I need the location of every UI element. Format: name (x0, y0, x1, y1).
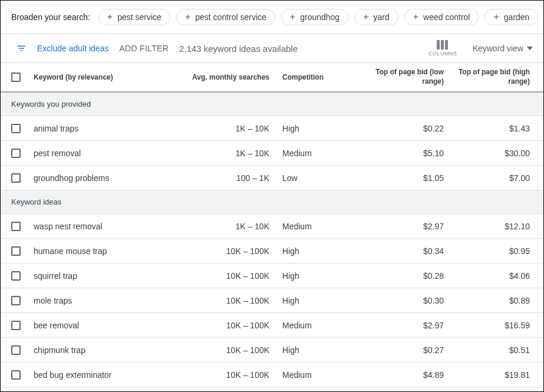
cell-searches: 10K – 100K (190, 370, 279, 380)
chip-label: groundhog (300, 12, 339, 22)
broaden-chips: +pest service+pest control service+groun… (98, 9, 543, 25)
chevron-down-icon (527, 47, 533, 50)
cell-keyword: pest removal (31, 149, 190, 158)
columns-label: COLUMNS (428, 51, 457, 57)
broaden-chip[interactable]: +pest service (98, 9, 170, 25)
svg-rect-0 (437, 40, 440, 50)
table-section-header: Keywords you provided (1, 93, 543, 116)
cell-keyword: wasp nest removal (31, 222, 190, 231)
broaden-chip[interactable]: +garden (484, 9, 538, 25)
cell-searches: 10K – 100K (190, 246, 279, 256)
cell-high-bid: $0.95 (451, 246, 539, 256)
cell-high-bid: $12.10 (451, 222, 539, 231)
add-filter-button[interactable]: ADD FILTER (119, 44, 169, 53)
row-checkbox[interactable] (11, 173, 21, 183)
cell-keyword: bee removal (31, 321, 190, 330)
view-label: Keyword view (473, 44, 523, 53)
row-checkbox[interactable] (11, 321, 21, 330)
plus-icon: + (107, 12, 113, 22)
broaden-chip[interactable]: +groundhog (281, 9, 348, 25)
cell-high-bid: $1.43 (451, 124, 539, 133)
table-row[interactable]: mole traps10K – 100KHigh$0.30$0.89 (1, 288, 543, 313)
row-checkbox[interactable] (11, 271, 21, 281)
cell-competition: High (279, 246, 368, 256)
header-low-bid[interactable]: Top of page bid (low range) (368, 68, 451, 86)
cell-low-bid: $0.22 (368, 124, 451, 133)
header-competition[interactable]: Competition (279, 73, 368, 81)
plus-icon: + (413, 12, 418, 22)
cell-low-bid: $4.89 (368, 370, 451, 380)
cell-searches: 100 – 1K (190, 173, 279, 183)
filter-toolbar: Exclude adult ideas ADD FILTER 2,143 key… (1, 34, 543, 63)
cell-competition: High (279, 296, 368, 305)
broaden-chip[interactable]: +pest control service (176, 9, 275, 25)
cell-competition: Medium (279, 370, 368, 380)
cell-high-bid: $19.81 (451, 370, 539, 380)
broaden-chip[interactable]: +yard (354, 9, 398, 25)
cell-high-bid: $16.59 (451, 321, 539, 330)
cell-keyword: chipmunk trap (31, 345, 190, 355)
table-row[interactable]: wasp nest removal1K – 10KMedium$2.97$12.… (1, 214, 543, 239)
row-checkbox[interactable] (11, 222, 21, 231)
cell-competition: High (279, 124, 368, 133)
cell-keyword: bed bug exterminator (31, 370, 190, 380)
row-checkbox[interactable] (11, 296, 21, 305)
header-high-bid[interactable]: Top of page bid (high range) (451, 68, 539, 86)
exclude-adult-link[interactable]: Exclude adult ideas (37, 44, 108, 53)
row-checkbox[interactable] (11, 149, 21, 158)
cell-searches: 1K – 10K (190, 124, 279, 133)
table-row[interactable]: chipmunk trap10K – 100KHigh$0.27$0.51 (1, 338, 543, 363)
filter-icon[interactable] (16, 43, 27, 54)
chip-label: pest service (117, 12, 161, 22)
cell-low-bid: $0.27 (368, 345, 451, 355)
select-all-checkbox[interactable] (11, 73, 21, 82)
cell-searches: 10K – 100K (190, 271, 279, 281)
svg-rect-1 (441, 40, 444, 50)
cell-high-bid: $7.00 (451, 173, 539, 183)
broaden-search-bar: Broaden your search: +pest service+pest … (1, 1, 543, 34)
table-row[interactable]: bee removal10K – 100KMedium$2.97$16.59 (1, 313, 543, 338)
cell-low-bid: $1.05 (368, 173, 451, 183)
table-row[interactable]: animal traps1K – 10KHigh$0.22$1.43 (1, 116, 543, 141)
cell-searches: 1K – 10K (190, 149, 279, 158)
table-row[interactable]: groundhog problems100 – 1KLow$1.05$7.00 (1, 166, 543, 190)
table-row[interactable]: bed bug exterminator10K – 100KMedium$4.8… (1, 363, 543, 387)
svg-rect-2 (445, 40, 448, 50)
cell-competition: Medium (279, 149, 368, 158)
row-checkbox[interactable] (11, 370, 21, 380)
plus-icon: + (493, 12, 499, 22)
table-row[interactable]: pest removal1K – 10KMedium$5.10$30.00 (1, 141, 543, 166)
columns-icon (437, 40, 449, 50)
header-keyword[interactable]: Keyword (by relevance) (31, 73, 190, 81)
cell-competition: High (279, 345, 368, 355)
table-section-header: Keyword ideas (1, 190, 543, 214)
cell-low-bid: $5.10 (368, 149, 451, 158)
cell-high-bid: $0.51 (451, 345, 539, 355)
cell-competition: High (279, 271, 368, 281)
cell-competition: Medium (279, 222, 368, 231)
cell-low-bid: $2.97 (368, 222, 451, 231)
broaden-chip[interactable]: +weed control (404, 9, 479, 25)
cell-searches: 10K – 100K (190, 345, 279, 355)
cell-keyword: animal traps (31, 124, 190, 133)
cell-searches: 1K – 10K (190, 222, 279, 231)
cell-low-bid: $0.28 (368, 271, 451, 281)
cell-competition: Medium (279, 321, 368, 330)
row-checkbox[interactable] (11, 246, 21, 256)
row-checkbox[interactable] (11, 345, 21, 355)
cell-high-bid: $4.06 (451, 271, 539, 281)
chip-label: yard (374, 12, 390, 22)
keyword-view-dropdown[interactable]: Keyword view (473, 44, 533, 53)
plus-icon: + (363, 12, 368, 22)
cell-high-bid: $0.89 (451, 296, 539, 305)
header-searches[interactable]: Avg. monthly searches (190, 73, 279, 81)
columns-button[interactable]: COLUMNS (428, 40, 457, 57)
table-row[interactable]: humane mouse trap10K – 100KHigh$0.34$0.9… (1, 239, 543, 263)
cell-searches: 10K – 100K (190, 321, 279, 330)
cell-keyword: mole traps (31, 296, 190, 305)
ideas-available-text: 2,143 keyword ideas available (179, 44, 298, 54)
plus-icon: + (290, 12, 295, 22)
broaden-label: Broaden your search: (11, 12, 90, 22)
row-checkbox[interactable] (11, 124, 21, 133)
table-row[interactable]: squirrel trap10K – 100KHigh$0.28$4.06 (1, 263, 543, 288)
